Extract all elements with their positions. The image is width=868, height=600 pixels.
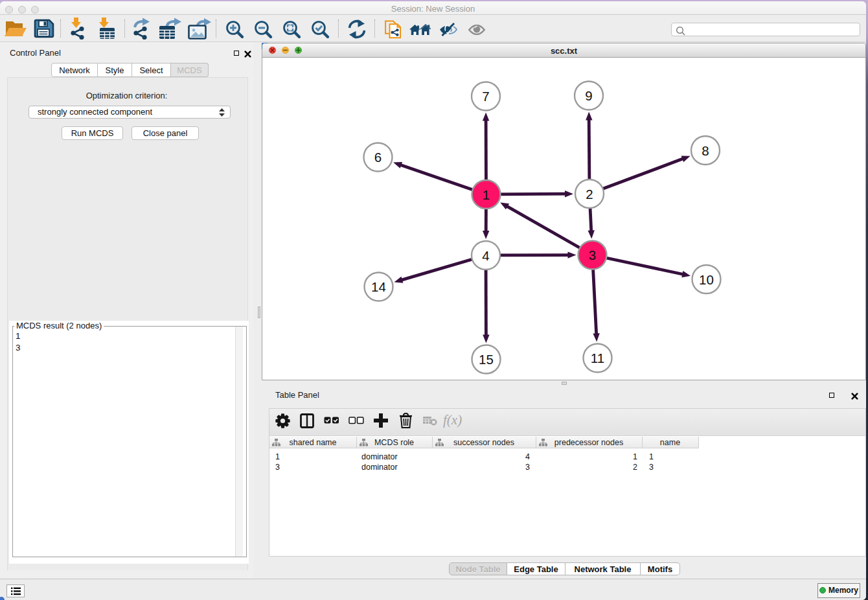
svg-text:2: 2 [586, 187, 593, 202]
svg-text:11: 11 [591, 351, 604, 365]
svg-text:1: 1 [483, 187, 490, 202]
svg-text:14: 14 [371, 279, 386, 294]
svg-text:10: 10 [699, 272, 714, 287]
svg-text:9: 9 [585, 88, 592, 103]
svg-text:8: 8 [702, 143, 709, 158]
svg-text:7: 7 [482, 89, 489, 104]
svg-text:6: 6 [374, 150, 382, 165]
svg-text:3: 3 [589, 248, 596, 262]
svg-text:4: 4 [482, 248, 489, 263]
svg-text:15: 15 [479, 352, 494, 367]
